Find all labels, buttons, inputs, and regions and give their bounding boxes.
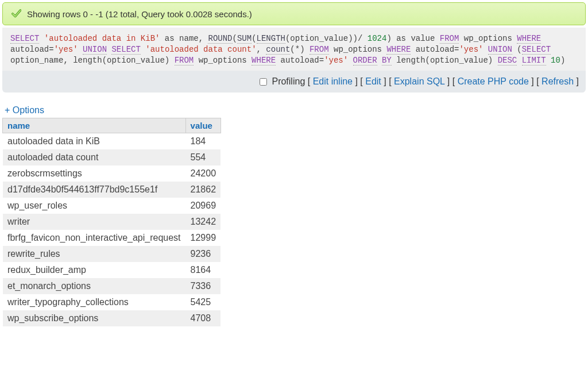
cell-value: 21862 — [185, 182, 220, 198]
refresh-link[interactable]: Refresh — [541, 76, 574, 86]
table-row[interactable]: redux_builder_amp8164 — [3, 262, 221, 278]
cell-value: 5425 — [185, 294, 220, 310]
cell-name: autoloaded data in KiB — [3, 133, 186, 149]
col-header-name[interactable]: name — [3, 118, 186, 133]
options-toggle[interactable]: + Options — [5, 105, 44, 116]
cell-value: 24200 — [185, 165, 220, 182]
results-table: name value autoloaded data in KiB184auto… — [2, 118, 221, 326]
cell-value: 12999 — [185, 230, 220, 246]
cell-name: autoloaded data count — [3, 149, 186, 165]
create-php-link[interactable]: Create PHP code — [458, 76, 529, 86]
edit-inline-link[interactable]: Edit inline — [313, 76, 353, 86]
table-row[interactable]: wp_subscribe_options4708 — [3, 310, 221, 326]
query-action-bar: Profiling [ Edit inline ] [ Edit ] [ Exp… — [2, 71, 586, 93]
col-header-value[interactable]: value — [185, 118, 220, 133]
cell-value: 7336 — [185, 278, 220, 294]
cell-name: writer_typography_collections — [3, 294, 186, 310]
cell-name: et_monarch_options — [3, 278, 186, 294]
cell-name: wp_user_roles — [3, 198, 186, 214]
executed-sql: SELECT 'autoloaded data in KiB' as name,… — [2, 28, 586, 71]
cell-value: 9236 — [185, 246, 220, 262]
cell-name: rewrite_rules — [3, 246, 186, 262]
cell-name: redux_builder_amp — [3, 262, 186, 278]
table-row[interactable]: rewrite_rules9236 — [3, 246, 221, 262]
cell-name: fbrfg_favicon_non_interactive_api_reques… — [3, 230, 186, 246]
query-success-text: Showing rows 0 - -1 (12 total, Query too… — [27, 9, 252, 19]
table-row[interactable]: fbrfg_favicon_non_interactive_api_reques… — [3, 230, 221, 246]
table-row[interactable]: et_monarch_options7336 — [3, 278, 221, 294]
profiling-label: Profiling — [272, 76, 305, 86]
table-row[interactable]: zerobscrmsettings24200 — [3, 165, 221, 182]
cell-value: 554 — [185, 149, 220, 165]
edit-link[interactable]: Edit — [365, 76, 381, 86]
cell-name: wp_subscribe_options — [3, 310, 186, 326]
explain-sql-link[interactable]: Explain SQL — [394, 76, 444, 86]
cell-name: writer — [3, 214, 186, 230]
cell-value: 8164 — [185, 262, 220, 278]
cell-name: zerobscrmsettings — [3, 165, 186, 182]
cell-value: 20969 — [185, 198, 220, 214]
cell-value: 184 — [185, 133, 220, 149]
cell-name: d17dfde34b0f544613ff77bd9c155e1f — [3, 182, 186, 198]
profiling-checkbox[interactable] — [260, 78, 267, 86]
table-row[interactable]: autoloaded data count554 — [3, 149, 221, 165]
cell-value: 4708 — [185, 310, 220, 326]
table-row[interactable]: wp_user_roles20969 — [3, 198, 221, 214]
table-row[interactable]: writer13242 — [3, 214, 221, 230]
table-row[interactable]: writer_typography_collections5425 — [3, 294, 221, 310]
cell-value: 13242 — [185, 214, 220, 230]
table-row[interactable]: d17dfde34b0f544613ff77bd9c155e1f21862 — [3, 182, 221, 198]
check-icon — [11, 9, 21, 19]
query-success-bar: Showing rows 0 - -1 (12 total, Query too… — [2, 2, 586, 25]
table-row[interactable]: autoloaded data in KiB184 — [3, 133, 221, 149]
